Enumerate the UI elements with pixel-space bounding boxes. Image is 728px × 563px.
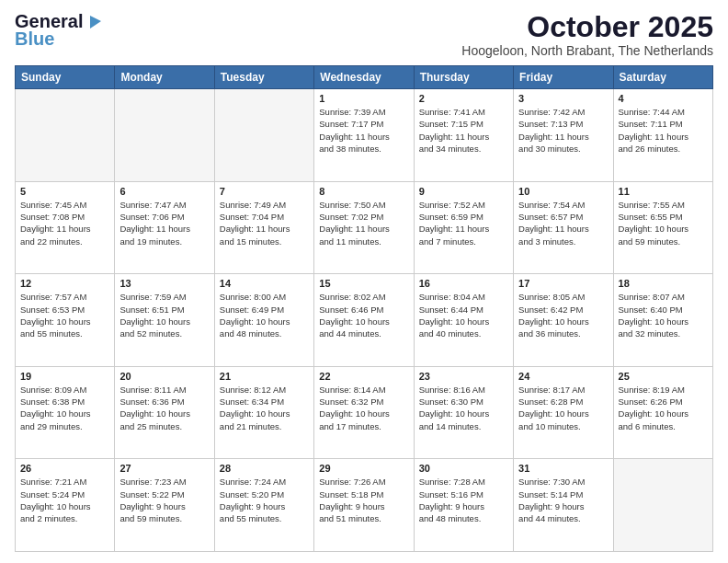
table-row: 2Sunrise: 7:41 AMSunset: 7:15 PMDaylight… bbox=[414, 89, 513, 182]
day-info: Sunrise: 7:23 AMSunset: 5:22 PMDaylight:… bbox=[119, 476, 209, 524]
day-info: Sunrise: 7:21 AMSunset: 5:24 PMDaylight:… bbox=[20, 476, 109, 524]
table-row: 13Sunrise: 7:59 AMSunset: 6:51 PMDayligh… bbox=[115, 274, 214, 367]
week-row-5: 26Sunrise: 7:21 AMSunset: 5:24 PMDayligh… bbox=[16, 459, 713, 552]
day-number: 28 bbox=[220, 463, 309, 474]
table-row: 7Sunrise: 7:49 AMSunset: 7:04 PMDaylight… bbox=[214, 181, 313, 274]
table-row: 23Sunrise: 8:16 AMSunset: 6:30 PMDayligh… bbox=[414, 366, 513, 459]
table-row: 22Sunrise: 8:14 AMSunset: 6:32 PMDayligh… bbox=[314, 366, 414, 459]
day-number: 1 bbox=[319, 93, 408, 104]
day-info: Sunrise: 7:42 AMSunset: 7:13 PMDaylight:… bbox=[518, 106, 608, 155]
day-info: Sunrise: 8:11 AMSunset: 6:36 PMDaylight:… bbox=[119, 384, 209, 432]
table-row: 15Sunrise: 8:02 AMSunset: 6:46 PMDayligh… bbox=[314, 274, 414, 367]
day-number: 3 bbox=[518, 93, 608, 104]
day-number: 26 bbox=[20, 463, 109, 474]
day-number: 11 bbox=[619, 186, 708, 197]
day-number: 21 bbox=[220, 371, 309, 382]
day-number: 5 bbox=[20, 186, 109, 197]
table-row: 1Sunrise: 7:39 AMSunset: 7:17 PMDaylight… bbox=[314, 89, 414, 182]
table-row: 4Sunrise: 7:44 AMSunset: 7:11 PMDaylight… bbox=[613, 89, 712, 182]
table-row: 14Sunrise: 8:00 AMSunset: 6:49 PMDayligh… bbox=[214, 274, 313, 367]
col-tuesday: Tuesday bbox=[214, 66, 313, 89]
day-number: 30 bbox=[419, 463, 508, 474]
day-info: Sunrise: 7:49 AMSunset: 7:04 PMDaylight:… bbox=[220, 199, 309, 247]
day-info: Sunrise: 7:24 AMSunset: 5:20 PMDaylight:… bbox=[220, 476, 309, 524]
day-info: Sunrise: 8:14 AMSunset: 6:32 PMDaylight:… bbox=[319, 384, 408, 432]
day-info: Sunrise: 7:28 AMSunset: 5:16 PMDaylight:… bbox=[419, 476, 508, 524]
day-number: 7 bbox=[220, 186, 309, 197]
table-row: 30Sunrise: 7:28 AMSunset: 5:16 PMDayligh… bbox=[414, 459, 513, 552]
day-number: 10 bbox=[518, 186, 608, 197]
day-number: 6 bbox=[119, 186, 209, 197]
day-number: 22 bbox=[319, 371, 408, 382]
day-info: Sunrise: 8:19 AMSunset: 6:26 PMDaylight:… bbox=[619, 384, 708, 432]
logo-triangle-icon bbox=[83, 12, 103, 32]
location-title: Hoogeloon, North Brabant, The Netherland… bbox=[461, 43, 713, 58]
day-number: 24 bbox=[518, 371, 608, 382]
week-row-3: 12Sunrise: 7:57 AMSunset: 6:53 PMDayligh… bbox=[16, 274, 713, 367]
col-saturday: Saturday bbox=[613, 66, 712, 89]
day-info: Sunrise: 7:44 AMSunset: 7:11 PMDaylight:… bbox=[619, 106, 708, 155]
day-number: 9 bbox=[419, 186, 508, 197]
day-number: 17 bbox=[518, 278, 608, 289]
table-row: 29Sunrise: 7:26 AMSunset: 5:18 PMDayligh… bbox=[314, 459, 414, 552]
day-number: 15 bbox=[319, 278, 408, 289]
col-thursday: Thursday bbox=[414, 66, 513, 89]
day-number: 19 bbox=[20, 371, 109, 382]
day-info: Sunrise: 7:39 AMSunset: 7:17 PMDaylight:… bbox=[319, 106, 408, 155]
table-row: 8Sunrise: 7:50 AMSunset: 7:02 PMDaylight… bbox=[314, 181, 414, 274]
header-row: Sunday Monday Tuesday Wednesday Thursday… bbox=[16, 66, 713, 89]
day-info: Sunrise: 8:05 AMSunset: 6:42 PMDaylight:… bbox=[518, 291, 608, 339]
table-row: 6Sunrise: 7:47 AMSunset: 7:06 PMDaylight… bbox=[115, 181, 214, 274]
day-number: 16 bbox=[419, 278, 508, 289]
table-row: 18Sunrise: 8:07 AMSunset: 6:40 PMDayligh… bbox=[613, 274, 712, 367]
table-row: 21Sunrise: 8:12 AMSunset: 6:34 PMDayligh… bbox=[214, 366, 313, 459]
table-row: 19Sunrise: 8:09 AMSunset: 6:38 PMDayligh… bbox=[16, 366, 115, 459]
day-number: 8 bbox=[319, 186, 408, 197]
table-row: 5Sunrise: 7:45 AMSunset: 7:08 PMDaylight… bbox=[16, 181, 115, 274]
day-number: 31 bbox=[518, 463, 608, 474]
day-info: Sunrise: 7:45 AMSunset: 7:08 PMDaylight:… bbox=[20, 199, 109, 247]
table-row: 26Sunrise: 7:21 AMSunset: 5:24 PMDayligh… bbox=[16, 459, 115, 552]
page: General Blue October 2025 Hoogeloon, Nor… bbox=[0, 0, 728, 563]
col-monday: Monday bbox=[115, 66, 214, 89]
month-title: October 2025 bbox=[461, 11, 713, 43]
day-info: Sunrise: 7:30 AMSunset: 5:14 PMDaylight:… bbox=[518, 476, 608, 524]
col-friday: Friday bbox=[514, 66, 613, 89]
day-info: Sunrise: 7:50 AMSunset: 7:02 PMDaylight:… bbox=[319, 199, 408, 247]
table-row: 25Sunrise: 8:19 AMSunset: 6:26 PMDayligh… bbox=[613, 366, 712, 459]
day-info: Sunrise: 8:16 AMSunset: 6:30 PMDaylight:… bbox=[419, 384, 508, 432]
table-row: 3Sunrise: 7:42 AMSunset: 7:13 PMDaylight… bbox=[514, 89, 613, 182]
logo-blue: Blue bbox=[15, 29, 54, 50]
day-number: 25 bbox=[619, 371, 708, 382]
day-info: Sunrise: 7:57 AMSunset: 6:53 PMDaylight:… bbox=[20, 291, 109, 339]
day-info: Sunrise: 8:02 AMSunset: 6:46 PMDaylight:… bbox=[319, 291, 408, 339]
table-row: 9Sunrise: 7:52 AMSunset: 6:59 PMDaylight… bbox=[414, 181, 513, 274]
day-info: Sunrise: 8:00 AMSunset: 6:49 PMDaylight:… bbox=[220, 291, 309, 339]
day-info: Sunrise: 8:12 AMSunset: 6:34 PMDaylight:… bbox=[220, 384, 309, 432]
col-wednesday: Wednesday bbox=[314, 66, 414, 89]
day-info: Sunrise: 7:41 AMSunset: 7:15 PMDaylight:… bbox=[419, 106, 508, 155]
day-number: 18 bbox=[619, 278, 708, 289]
week-row-4: 19Sunrise: 8:09 AMSunset: 6:38 PMDayligh… bbox=[16, 366, 713, 459]
table-row: 16Sunrise: 8:04 AMSunset: 6:44 PMDayligh… bbox=[414, 274, 513, 367]
day-info: Sunrise: 8:09 AMSunset: 6:38 PMDaylight:… bbox=[20, 384, 109, 432]
table-row: 24Sunrise: 8:17 AMSunset: 6:28 PMDayligh… bbox=[514, 366, 613, 459]
day-number: 14 bbox=[220, 278, 309, 289]
day-info: Sunrise: 7:55 AMSunset: 6:55 PMDaylight:… bbox=[619, 199, 708, 247]
day-info: Sunrise: 7:59 AMSunset: 6:51 PMDaylight:… bbox=[119, 291, 209, 339]
week-row-1: 1Sunrise: 7:39 AMSunset: 7:17 PMDaylight… bbox=[16, 89, 713, 182]
table-row: 11Sunrise: 7:55 AMSunset: 6:55 PMDayligh… bbox=[613, 181, 712, 274]
day-number: 4 bbox=[619, 93, 708, 104]
table-row: 17Sunrise: 8:05 AMSunset: 6:42 PMDayligh… bbox=[514, 274, 613, 367]
table-row bbox=[16, 89, 115, 182]
day-number: 12 bbox=[20, 278, 109, 289]
day-info: Sunrise: 8:07 AMSunset: 6:40 PMDaylight:… bbox=[619, 291, 708, 339]
day-info: Sunrise: 8:04 AMSunset: 6:44 PMDaylight:… bbox=[419, 291, 508, 339]
day-info: Sunrise: 8:17 AMSunset: 6:28 PMDaylight:… bbox=[518, 384, 608, 432]
day-number: 29 bbox=[319, 463, 408, 474]
col-sunday: Sunday bbox=[16, 66, 115, 89]
table-row bbox=[613, 459, 712, 552]
title-section: October 2025 Hoogeloon, North Brabant, T… bbox=[461, 11, 713, 58]
table-row: 12Sunrise: 7:57 AMSunset: 6:53 PMDayligh… bbox=[16, 274, 115, 367]
day-info: Sunrise: 7:54 AMSunset: 6:57 PMDaylight:… bbox=[518, 199, 608, 247]
